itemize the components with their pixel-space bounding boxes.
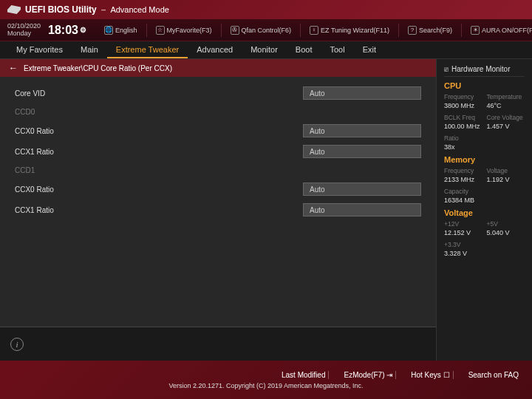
mode-label: Advanced Mode (110, 5, 169, 14)
setting-row: CCX0 Ratio (0, 179, 436, 200)
gear-icon[interactable]: ⚙ (80, 26, 86, 34)
toolbar-icon: ☆ (156, 26, 165, 35)
toolbar-item[interactable]: ♀EZ Tuning Wizard(F11) (310, 24, 389, 37)
setting-input[interactable] (303, 86, 421, 100)
memory-section: Memory (444, 155, 525, 164)
toolbar-item[interactable]: ?Search(F9) (408, 24, 452, 37)
toolbar-item[interactable]: ✇Qfan Control(F6) (231, 24, 292, 37)
breadcrumb: ← Extreme Tweaker\CPU Core Ratio (Per CC… (0, 59, 436, 77)
copyright: Version 2.20.1271. Copyright (C) 2019 Am… (10, 382, 522, 389)
toolbar-icon: 🌐 (104, 26, 113, 35)
content-panel: ← Extreme Tweaker\CPU Core Ratio (Per CC… (0, 59, 436, 361)
footer-links: Last ModifiedEzMode(F7) ⇥Hot Keys ☐Searc… (10, 371, 522, 379)
breadcrumb-text: Extreme Tweaker\CPU Core Ratio (Per CCX) (24, 64, 172, 72)
toolbar-icon: ☀ (471, 26, 480, 35)
setting-label: CCX1 Ratio (15, 148, 303, 156)
setting-row: CCX1 Ratio (0, 141, 436, 162)
app-title: UEFI BIOS Utility (25, 4, 97, 15)
setting-input[interactable] (303, 124, 421, 137)
footer-link[interactable]: EzMode(F7) ⇥ (341, 371, 396, 379)
setting-row: Core VID (0, 83, 436, 103)
tab-tool[interactable]: Tool (321, 41, 353, 58)
time-text: 18:03 (48, 24, 78, 37)
main-tabs: My FavoritesMainExtreme TweakerAdvancedM… (0, 41, 532, 59)
setting-row: CCX1 Ratio (0, 200, 436, 220)
cpu-section: CPU (444, 81, 525, 90)
tab-exit[interactable]: Exit (354, 41, 385, 58)
settings-list: Core VIDCCD0CCX0 RatioCCX1 RatioCCD1CCX0… (0, 77, 436, 327)
setting-row: CCX0 Ratio (0, 120, 436, 141)
setting-group: CCD1 (0, 162, 436, 179)
clock: 18:03 ⚙ (48, 24, 86, 37)
day-text: Monday (7, 30, 41, 38)
footer-link[interactable]: Hot Keys ☐ (408, 371, 453, 379)
footer-link[interactable]: Search on FAQ (466, 371, 522, 379)
toolbar: 02/10/2020 Monday 18:03 ⚙ 🌐English☆MyFav… (0, 19, 532, 41)
setting-input[interactable] (303, 145, 421, 158)
date-block: 02/10/2020 Monday (7, 23, 41, 38)
setting-label: CCX1 Ratio (15, 206, 303, 214)
app-logo: UEFI BIOS Utility – Advanced Mode (7, 4, 169, 15)
footer: Last ModifiedEzMode(F7) ⇥Hot Keys ☐Searc… (0, 361, 532, 399)
tab-my-favorites[interactable]: My Favorites (7, 41, 72, 58)
toolbar-icon: ? (408, 26, 417, 35)
monitor-icon: ⎚ (444, 65, 449, 73)
setting-label: CCX0 Ratio (15, 127, 303, 135)
info-bar: i (0, 327, 436, 361)
setting-group: CCD0 (0, 103, 436, 120)
toolbar-icon: ✇ (231, 26, 239, 35)
tab-monitor[interactable]: Monitor (242, 41, 287, 58)
hw-monitor-header: ⎚ Hardware Monitor (444, 65, 525, 77)
toolbar-item[interactable]: ☀AURA ON/OFF(F4) (471, 24, 532, 37)
tab-extreme-tweaker[interactable]: Extreme Tweaker (107, 41, 188, 58)
hardware-monitor-panel: ⎚ Hardware Monitor CPU FrequencyTemperat… (436, 59, 532, 361)
rog-eye-icon (7, 5, 21, 14)
toolbar-item[interactable]: 🌐English (104, 24, 137, 37)
voltage-section: Voltage (444, 208, 525, 217)
title-bar: UEFI BIOS Utility – Advanced Mode (0, 0, 532, 19)
toolbar-item[interactable]: ☆MyFavorite(F3) (156, 24, 212, 37)
toolbar-icon: ♀ (310, 26, 318, 35)
back-arrow-icon[interactable]: ← (9, 63, 18, 73)
setting-label: Core VID (15, 89, 303, 98)
info-icon[interactable]: i (10, 338, 24, 351)
setting-input[interactable] (303, 203, 421, 216)
tab-boot[interactable]: Boot (287, 41, 321, 58)
setting-input[interactable] (303, 183, 421, 196)
title-separator: – (101, 4, 106, 15)
setting-label: CCX0 Ratio (15, 185, 303, 194)
footer-link[interactable]: Last Modified (279, 371, 329, 379)
tab-advanced[interactable]: Advanced (188, 41, 242, 58)
tab-main[interactable]: Main (72, 41, 107, 58)
